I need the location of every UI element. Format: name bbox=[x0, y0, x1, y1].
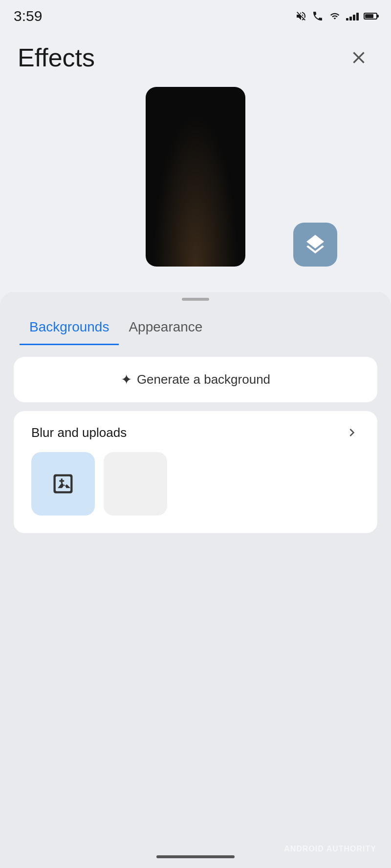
blur-header: Blur and uploads bbox=[31, 425, 360, 440]
effects-header: Effects bbox=[0, 29, 391, 82]
upload-icon bbox=[50, 471, 76, 496]
tabs-container: Backgrounds Appearance bbox=[0, 314, 391, 345]
layers-button[interactable] bbox=[293, 223, 337, 267]
upload-image-button[interactable] bbox=[31, 452, 95, 516]
close-icon bbox=[349, 48, 369, 67]
status-icons bbox=[295, 10, 377, 22]
drag-handle[interactable] bbox=[182, 298, 209, 301]
sparkle-icon: ✦ bbox=[121, 372, 132, 388]
page-title: Effects bbox=[18, 43, 95, 72]
signal-icon bbox=[346, 12, 359, 21]
mute-icon bbox=[295, 10, 307, 22]
preview-area bbox=[0, 82, 391, 286]
blur-uploads-card: Blur and uploads bbox=[14, 411, 377, 533]
battery-icon bbox=[364, 13, 377, 20]
chevron-right-icon[interactable] bbox=[344, 425, 360, 440]
blur-title: Blur and uploads bbox=[31, 425, 127, 440]
blur-items bbox=[31, 452, 360, 516]
bottom-sheet: Backgrounds Appearance ✦ Generate a back… bbox=[0, 292, 391, 868]
watermark: ANDROID AUTHORITY bbox=[284, 845, 376, 853]
wifi-icon bbox=[328, 11, 341, 21]
tab-backgrounds[interactable]: Backgrounds bbox=[20, 314, 119, 345]
layers-icon bbox=[304, 233, 327, 256]
status-bar: 3:59 bbox=[0, 0, 391, 29]
generate-text: ✦ Generate a background bbox=[121, 372, 270, 388]
generate-background-card[interactable]: ✦ Generate a background bbox=[14, 357, 377, 402]
blur-item-placeholder bbox=[104, 452, 167, 516]
close-button[interactable] bbox=[344, 43, 373, 72]
bottom-nav-bar bbox=[156, 855, 235, 858]
phone-preview bbox=[146, 87, 245, 267]
tab-appearance[interactable]: Appearance bbox=[119, 314, 212, 345]
phone-screen bbox=[146, 87, 245, 267]
status-time: 3:59 bbox=[14, 8, 42, 24]
phone-icon bbox=[312, 10, 324, 22]
